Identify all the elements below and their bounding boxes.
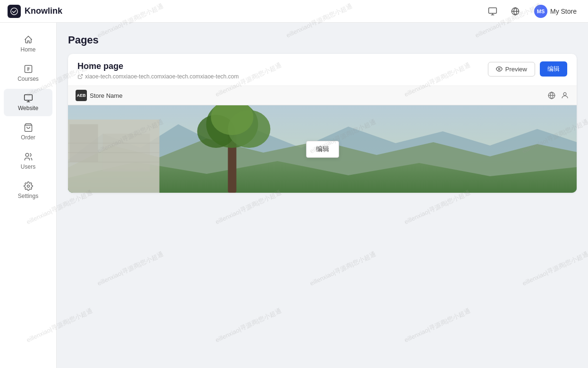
sidebar-users-label: Users <box>21 163 35 170</box>
sidebar-courses-label: Courses <box>17 76 39 82</box>
page-url-text: xiaoe-tech.comxiaoe-tech.comxiaoe-tech.c… <box>85 73 239 80</box>
preview-store-logo: AEB Store Name <box>76 90 122 101</box>
main-content: Pages Home page xiaoe-tech.comxiaoe-tech… <box>57 23 588 368</box>
preview-button[interactable]: Preview <box>488 62 535 77</box>
sidebar-settings-label: Settings <box>18 193 38 199</box>
svg-point-0 <box>11 8 17 14</box>
sidebar-item-settings[interactable]: Settings <box>4 177 52 204</box>
sidebar-order-label: Order <box>21 134 35 141</box>
preview-topbar: AEB Store Name <box>68 86 577 105</box>
svg-rect-1 <box>489 8 497 13</box>
page-card-title-section: Home page xiaoe-tech.comxiaoe-tech.comxi… <box>77 61 239 80</box>
svg-point-6 <box>27 185 29 188</box>
page-card-url: xiaoe-tech.comxiaoe-tech.comxiaoe-tech.c… <box>77 73 239 80</box>
topnav-right: MS My Store <box>485 3 580 20</box>
sidebar-item-website[interactable]: Website <box>4 89 52 116</box>
sidebar-item-home[interactable]: Home <box>4 30 52 58</box>
layout: Home Courses Website Order <box>0 23 588 368</box>
globe-btn[interactable] <box>508 4 523 19</box>
sidebar-item-order[interactable]: Order <box>4 118 52 145</box>
svg-point-7 <box>498 68 500 70</box>
svg-point-9 <box>563 93 566 95</box>
page-card: Home page xiaoe-tech.comxiaoe-tech.comxi… <box>68 54 577 193</box>
store-name-label: My Store <box>550 8 577 15</box>
logo-icon <box>8 5 21 18</box>
page-card-header: Home page xiaoe-tech.comxiaoe-tech.comxi… <box>68 54 577 86</box>
page-card-actions: Preview 编辑 <box>488 61 567 77</box>
monitor-btn[interactable] <box>485 4 500 19</box>
preview-hero-edit-btn[interactable]: 编辑 <box>306 141 339 158</box>
topnav-left: Knowlink <box>8 5 62 18</box>
page-card-title: Home page <box>77 61 239 71</box>
sidebar: Home Courses Website Order <box>0 23 57 368</box>
page-title: Pages <box>68 34 577 46</box>
user-badge[interactable]: MS My Store <box>530 3 580 20</box>
svg-point-5 <box>26 154 29 157</box>
sidebar-item-courses[interactable]: Courses <box>4 60 52 87</box>
edit-button[interactable]: 编辑 <box>540 61 567 77</box>
sidebar-home-label: Home <box>20 46 35 53</box>
preview-label: Preview <box>505 66 527 73</box>
preview-hero[interactable]: 编辑 <box>68 105 577 193</box>
avatar: MS <box>534 5 547 18</box>
topnav: Knowlink MS My Store <box>0 0 588 23</box>
page-preview: AEB Store Name <box>68 86 577 193</box>
svg-rect-4 <box>24 95 32 101</box>
sidebar-website-label: Website <box>18 105 38 111</box>
sidebar-item-users[interactable]: Users <box>4 147 52 175</box>
preview-store-name: Store Name <box>90 92 122 99</box>
preview-topbar-icons <box>547 91 569 100</box>
preview-store-icon: AEB <box>76 90 87 101</box>
brand-label: Knowlink <box>25 6 62 16</box>
